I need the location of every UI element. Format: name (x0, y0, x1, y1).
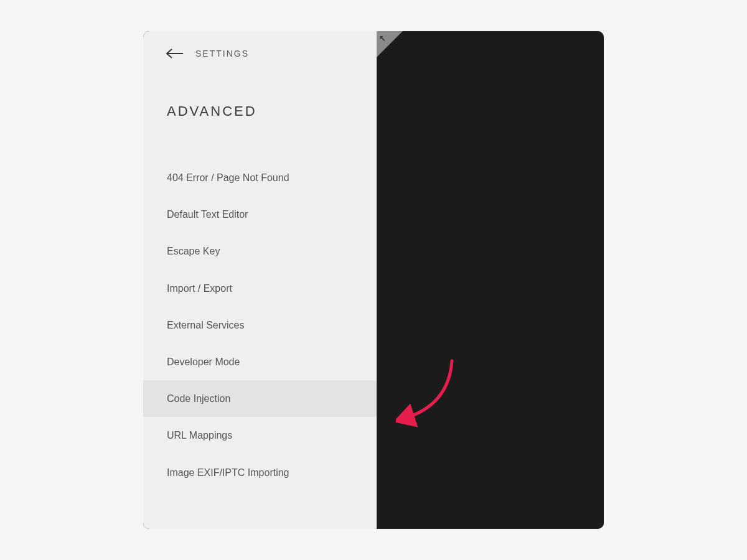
settings-sidebar: SETTINGS ADVANCED 404 Error / Page Not F… (143, 31, 377, 529)
breadcrumb[interactable]: SETTINGS (195, 49, 249, 58)
menu-item-developer-mode[interactable]: Developer Mode (143, 343, 377, 380)
expand-preview-button[interactable]: ↖ (377, 31, 403, 57)
settings-window: SETTINGS ADVANCED 404 Error / Page Not F… (143, 31, 604, 529)
menu-item-escape-key[interactable]: Escape Key (143, 233, 377, 269)
expand-icon: ↖ (379, 34, 386, 43)
back-arrow-icon[interactable] (166, 47, 184, 60)
menu-item-external-services[interactable]: External Services (143, 307, 377, 343)
sidebar-header: SETTINGS (143, 47, 377, 60)
preview-pane: ↖ (377, 31, 604, 529)
menu-item-url-mappings[interactable]: URL Mappings (143, 417, 377, 454)
menu-item-404-error[interactable]: 404 Error / Page Not Found (143, 159, 377, 196)
menu-item-default-text-editor[interactable]: Default Text Editor (143, 196, 377, 233)
section-title: ADVANCED (143, 103, 377, 119)
menu-item-code-injection[interactable]: Code Injection (143, 380, 377, 417)
advanced-menu: 404 Error / Page Not Found Default Text … (143, 159, 377, 491)
menu-item-import-export[interactable]: Import / Export (143, 270, 377, 307)
menu-item-image-exif[interactable]: Image EXIF/IPTC Importing (143, 454, 377, 491)
